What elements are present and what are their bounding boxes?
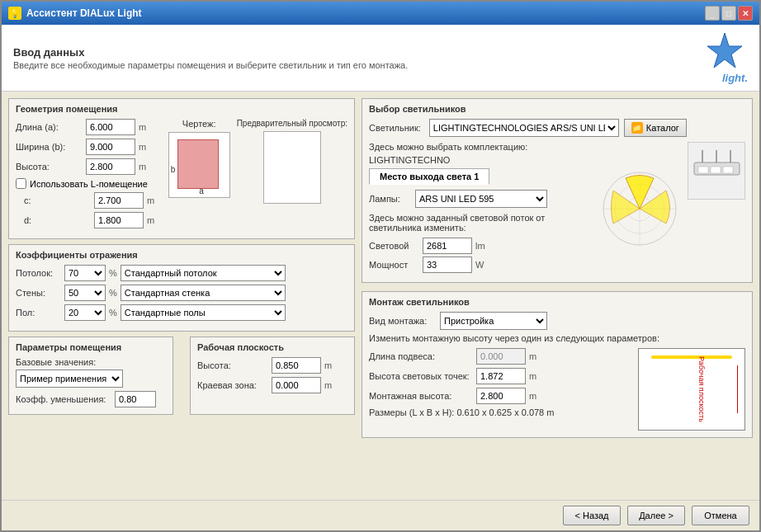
light-points-unit: m — [529, 371, 536, 381]
catalog-icon: 📁 — [631, 122, 643, 134]
floor-value-select[interactable]: 20 — [64, 304, 106, 321]
wp-edge-unit: m — [324, 380, 332, 390]
room-params-title: Параметры помещения — [16, 342, 166, 352]
catalog-button[interactable]: 📁 Каталог — [624, 119, 687, 137]
height-row: Высота: m — [16, 158, 162, 175]
mount-type-row: Вид монтажа: Пристройка — [369, 312, 745, 330]
drawing-area: Чертеж: b a — [168, 119, 230, 232]
mount-type-select[interactable]: Пристройка — [440, 312, 547, 330]
wall-value-select[interactable]: 50 — [64, 285, 106, 301]
reflection-title: Коэффициенты отражения — [16, 250, 347, 260]
close-button[interactable]: ✕ — [738, 6, 753, 21]
brand-name: LIGHTINGTECHNO — [369, 155, 592, 165]
d-unit: m — [147, 215, 154, 225]
svg-rect-7 — [698, 167, 708, 173]
fixture-select-row: Светильник: LIGHTINGTECHNOLOGIES ARS/S U… — [369, 119, 745, 137]
d-input[interactable] — [94, 212, 144, 228]
indent-fields: c: m d: m — [24, 192, 162, 228]
size-text-row: Размеры (L x B x H): 0.610 x 0.625 x 0.0… — [369, 407, 631, 417]
work-plane-group: Рабочая плоскость Высота: m Краевая зона… — [190, 337, 355, 415]
hang-unit: m — [529, 351, 536, 361]
size-text: Размеры (L x B x H): 0.610 x 0.625 x 0.0… — [369, 407, 554, 417]
geometry-fields: Длина (a): m Ширина (b): m Высота: — [16, 119, 162, 232]
wall-desc-select[interactable]: Стандартная стенка — [121, 285, 286, 301]
titlebar-buttons: _ □ ✕ — [705, 6, 753, 21]
light-points-label: Высота световых точек: — [369, 371, 476, 381]
width-label: Ширина (b): — [16, 142, 86, 152]
geometry-title: Геометрия помещения — [16, 104, 347, 114]
floor-row: Пол: 20 % Стандартные полы — [16, 304, 347, 321]
mount-desc: Изменить монтажную высоту через один из … — [369, 333, 745, 343]
mount-height-unit: m — [529, 391, 536, 401]
mount-preview: Рабочая плоскость — [638, 348, 745, 431]
work-plane-line — [737, 365, 738, 413]
c-input[interactable] — [94, 192, 144, 209]
titlebar: 💡 Ассистент DIALux Light _ □ ✕ — [2, 2, 759, 25]
fixture-selection-group: Выбор светильников Светильник: LIGHTINGT… — [362, 98, 753, 283]
ceiling-value-select[interactable]: 70 — [64, 265, 106, 281]
coeff-label: Коэфф. уменьшения: — [16, 394, 115, 404]
length-unit: m — [139, 122, 146, 132]
tab-bar: Место выхода света 1 — [369, 168, 592, 185]
mount-height-input[interactable] — [476, 388, 526, 404]
wp-edge-row: Краевая зона: m — [197, 377, 347, 393]
wp-height-label: Высота: — [197, 360, 272, 370]
lamp-row: Лампы: ARS UNI LED 595 — [369, 190, 592, 208]
ceiling-label: Потолок: — [16, 268, 61, 278]
back-button[interactable]: < Назад — [563, 506, 621, 525]
ceiling-desc-select[interactable]: Стандартный потолок — [121, 265, 286, 281]
geometry-group: Геометрия помещения Длина (a): m Ширина … — [8, 98, 355, 239]
wp-height-input[interactable] — [272, 357, 321, 374]
footer-buttons: < Назад Далее > Отмена — [2, 500, 759, 530]
room-params-group: Параметры помещения Базовые значения: Пр… — [8, 337, 173, 415]
cancel-button[interactable]: Отмена — [692, 506, 749, 525]
coeff-input[interactable] — [115, 391, 156, 407]
main-content: Геометрия помещения Длина (a): m Ширина … — [2, 92, 759, 500]
tab-light-exit-1[interactable]: Место выхода света 1 — [369, 168, 489, 185]
app-icon: 💡 — [8, 7, 21, 20]
luminous-desc: Здесь можно заданный световой поток от с… — [369, 213, 592, 233]
work-plane-preview-text: Рабочая плоскость — [697, 356, 706, 422]
floor-desc-select[interactable]: Стандартные полы — [121, 304, 286, 321]
length-input[interactable] — [86, 119, 135, 135]
width-input[interactable] — [86, 139, 135, 155]
l-room-label: Использовать L-помещение — [30, 179, 148, 189]
light-points-input[interactable] — [476, 368, 526, 384]
luminous-unit: lm — [475, 241, 485, 251]
reflection-group: Коэффициенты отражения Потолок: 70 % Ста… — [8, 244, 355, 332]
power-input[interactable] — [423, 257, 472, 273]
luminous-input[interactable] — [423, 238, 472, 254]
d-label: d: — [24, 215, 94, 225]
mount-detail: Длина подвеса: m Высота световых точек: … — [369, 348, 745, 431]
svg-rect-9 — [723, 167, 733, 173]
base-value-select[interactable]: Пример применения — [16, 370, 123, 388]
fixture-svg — [690, 146, 744, 195]
height-input[interactable] — [86, 158, 135, 175]
preview-label: Предварительный просмотр: — [237, 119, 347, 128]
wp-height-row: Высота: m — [197, 357, 347, 374]
base-label: Базовые значения: — [16, 357, 166, 367]
logo-icon — [702, 31, 748, 77]
lamp-select[interactable]: ARS UNI LED 595 — [415, 190, 547, 208]
mount-height-row: Монтажная высота: m — [369, 388, 631, 404]
main-window: 💡 Ассистент DIALux Light _ □ ✕ Ввод данн… — [0, 0, 761, 532]
fixture-selection-title: Выбор светильников — [369, 104, 745, 114]
svg-rect-8 — [711, 167, 721, 173]
mount-fields: Длина подвеса: m Высота световых точек: … — [369, 348, 631, 431]
hang-input[interactable] — [476, 348, 526, 365]
next-button[interactable]: Далее > — [627, 506, 685, 525]
power-label: Мощност — [369, 260, 423, 270]
minimize-button[interactable]: _ — [705, 6, 720, 21]
ceiling-row: Потолок: 70 % Стандартный потолок — [16, 265, 347, 281]
wp-edge-input[interactable] — [272, 377, 321, 393]
c-label: c: — [24, 195, 94, 205]
work-plane-title: Рабочая плоскость — [197, 342, 347, 352]
l-room-checkbox[interactable] — [16, 178, 26, 189]
wall-row: Стены: 50 % Стандартная стенка — [16, 285, 347, 301]
maximize-button[interactable]: □ — [721, 6, 736, 21]
catalog-btn-label: Каталог — [646, 123, 679, 133]
header-band: Ввод данных Введите все необходимые пара… — [2, 25, 759, 92]
c-unit: m — [147, 195, 154, 205]
fixture-dropdown[interactable]: LIGHTINGTECHNOLOGIES ARS/S UNI LE — [429, 119, 619, 137]
d-row: d: m — [24, 212, 162, 228]
